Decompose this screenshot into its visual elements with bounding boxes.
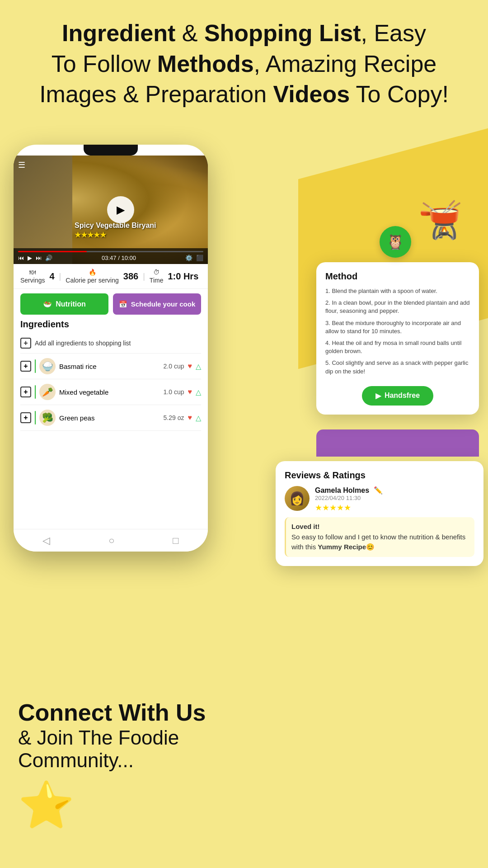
method-card: Method 1. Blend the plantain with a spoo… (316, 262, 479, 415)
nav-back[interactable]: ◁ (42, 535, 50, 547)
handsfree-button[interactable]: ▶ Handsfree (362, 386, 433, 406)
edit-icon[interactable]: ✏️ (374, 486, 383, 495)
add-all-row[interactable]: + Add all ingredients to shopping list (20, 333, 201, 354)
add-all-label: Add all ingredients to shopping list (35, 340, 131, 347)
separator-2: | (143, 272, 145, 281)
recipe-title: Spicy Vegetable Biryani (75, 222, 156, 230)
ingredient-name-1: Basmati rice (59, 363, 97, 370)
header-section: Ingredient & Shopping List, Easy To Foll… (0, 0, 488, 119)
play-icon: ▶ (117, 203, 125, 216)
add-all-icon[interactable]: + (20, 338, 31, 349)
play-button[interactable]: ▶ (107, 196, 134, 223)
ingredient-icon-3: 🥦 (39, 410, 56, 426)
nav-home[interactable]: ○ (108, 535, 114, 547)
video-thumbnail-small (14, 156, 72, 264)
phone-notch (84, 145, 138, 156)
connect-line3: Community... (18, 749, 206, 772)
header-copy: To Copy! (350, 81, 449, 107)
nutrition-badge-3[interactable]: △ (196, 414, 201, 422)
nutrition-badge-1[interactable]: △ (196, 362, 201, 371)
method-title: Method (325, 271, 470, 282)
add-ingredient-2[interactable]: + (20, 387, 31, 397)
settings-icon[interactable]: ⚙️ (185, 255, 192, 261)
connect-line1: Connect With Us (18, 698, 206, 726)
time-info: ⏱ Time (150, 269, 164, 284)
method-step-2: 2. In a clean bowl, pour in the blended … (325, 299, 470, 315)
header-methods: Methods (157, 51, 254, 77)
volume-icon[interactable]: 🔊 (45, 255, 52, 261)
schedule-label: Schedule your cook (131, 300, 196, 308)
reviewer-name: Gamela Holmes (315, 486, 369, 495)
ingredient-name-3: Green peas (59, 414, 94, 422)
review-highlight: Yummy Recipe (318, 543, 366, 551)
nutrition-icon: 🥗 (43, 300, 52, 308)
divider-1 (35, 359, 36, 373)
header-connector: & (175, 20, 204, 46)
recipe-stars: ★★★★★ (75, 231, 156, 239)
add-ingredient-3[interactable]: + (20, 412, 31, 423)
ingredients-title: Ingredients (20, 319, 201, 330)
method-step-3: 3. Beat the mixture thoroughly to incorp… (325, 319, 470, 335)
review-loved: Loved it! (291, 523, 320, 530)
progress-bar[interactable] (18, 251, 203, 252)
header-follow: To Follow (52, 51, 157, 77)
heart-icon-2[interactable]: ♥ (188, 388, 192, 396)
nutrition-label: Nutrition (56, 300, 86, 308)
owl-icon: 🦉 (380, 226, 411, 258)
pot-icon: 🫕 (418, 199, 463, 241)
reviewer-stars: ★★★★★ (315, 503, 383, 513)
video-settings-controls[interactable]: ⚙️ ⬛ (185, 255, 203, 261)
video-controls: ⏮ ▶ ⏭ 🔊 03:47 / 10:00 ⚙️ ⬛ (14, 248, 208, 264)
video-timestamp: 03:47 / 10:00 (102, 255, 136, 261)
phone-nav: ◁ ○ □ (14, 529, 208, 552)
reviews-card: Reviews & Ratings 👩 Gamela Holmes ✏️ 202… (276, 461, 483, 566)
owl-emoji: 🦉 (386, 233, 404, 250)
time-value: 1:0 Hrs (168, 271, 198, 282)
play-circle-icon: ▶ (375, 392, 381, 400)
video-area[interactable]: ▶ ☰ Spicy Vegetable Biryani ★★★★★ ⏮ ▶ ⏭ … (14, 156, 208, 264)
method-step-5: 5. Cool slightly and serve as a snack wi… (325, 359, 470, 375)
ingredient-amount-2: 1.0 cup (164, 388, 184, 396)
header-shopping: Shopping List (204, 20, 361, 46)
calorie-info: 🔥 Calorie per serving (66, 269, 119, 284)
separator-1: | (59, 272, 61, 281)
nav-recent[interactable]: □ (173, 535, 178, 547)
ingredient-icon-2: 🥕 (39, 384, 56, 400)
servings-label: Servings (20, 277, 45, 284)
servings-value: 4 (49, 271, 54, 282)
reviewer-row: 👩 Gamela Holmes ✏️ 2022/04/20 11:30 ★★★★… (285, 486, 474, 513)
heart-icon-1[interactable]: ♥ (188, 362, 192, 370)
nutrition-badge-2[interactable]: △ (196, 388, 201, 396)
divider-2 (35, 385, 36, 399)
ingredient-row-3: + 🥦 Green peas 5.29 oz ♥ △ (20, 405, 201, 431)
ingredients-section: Ingredients + Add all ingredients to sho… (14, 319, 208, 431)
schedule-icon: 📅 (119, 300, 127, 308)
playback-controls[interactable]: ⏮ ▶ ⏭ 🔊 (18, 255, 52, 261)
header-amazing: , Amazing Recipe (254, 51, 437, 77)
calorie-label: Calorie per serving (66, 277, 119, 284)
schedule-button[interactable]: 📅 Schedule your cook (113, 293, 201, 315)
ingredient-row-1: + 🍚 Basmati rice 2.0 cup ♥ △ (20, 354, 201, 379)
servings-info: 🍽 Servings (20, 269, 45, 284)
nutrition-button[interactable]: 🥗 Nutrition (20, 293, 108, 315)
time-icon: ⏱ (153, 269, 160, 276)
skip-back-icon[interactable]: ⏮ (18, 255, 24, 261)
ingredient-amount-3: 5.29 oz (164, 414, 184, 421)
ingredient-amount-1: 2.0 cup (164, 363, 184, 370)
connect-line2: & Join The Foodie (18, 726, 206, 749)
method-step-4: 4. Heat the oil and fry mosa in small ro… (325, 339, 470, 355)
skip-forward-icon[interactable]: ⏭ (36, 255, 42, 261)
star-mascot: ⭐ (18, 778, 206, 832)
fullscreen-icon[interactable]: ⬛ (196, 255, 203, 261)
servings-icon: 🍽 (29, 269, 36, 276)
action-buttons: 🥗 Nutrition 📅 Schedule your cook (14, 289, 208, 319)
heart-icon-3[interactable]: ♥ (188, 414, 192, 422)
hamburger-icon[interactable]: ☰ (18, 160, 25, 170)
header-videos: Videos (273, 81, 350, 107)
progress-fill (18, 251, 87, 252)
play-pause-icon[interactable]: ▶ (28, 255, 32, 261)
phone-mockup: ▶ ☰ Spicy Vegetable Biryani ★★★★★ ⏮ ▶ ⏭ … (14, 145, 208, 552)
add-ingredient-1[interactable]: + (20, 361, 31, 372)
ingredient-icon-1: 🍚 (39, 358, 56, 374)
time-label: Time (150, 277, 164, 284)
